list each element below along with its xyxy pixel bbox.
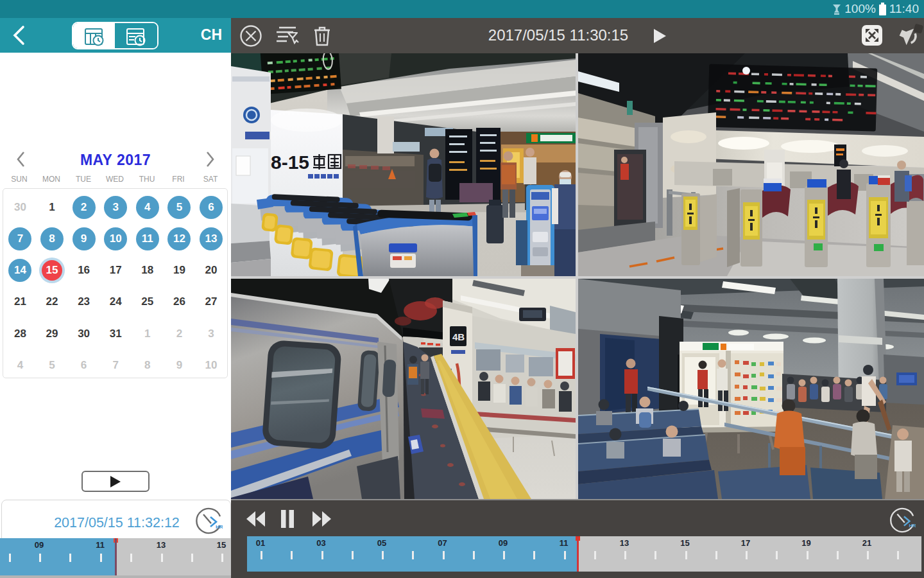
svg-text:HR: HR bbox=[216, 524, 223, 530]
svg-text:4B: 4B bbox=[452, 331, 465, 342]
svg-text:HR: HR bbox=[909, 523, 916, 529]
svg-text:8-15: 8-15 bbox=[271, 152, 309, 173]
